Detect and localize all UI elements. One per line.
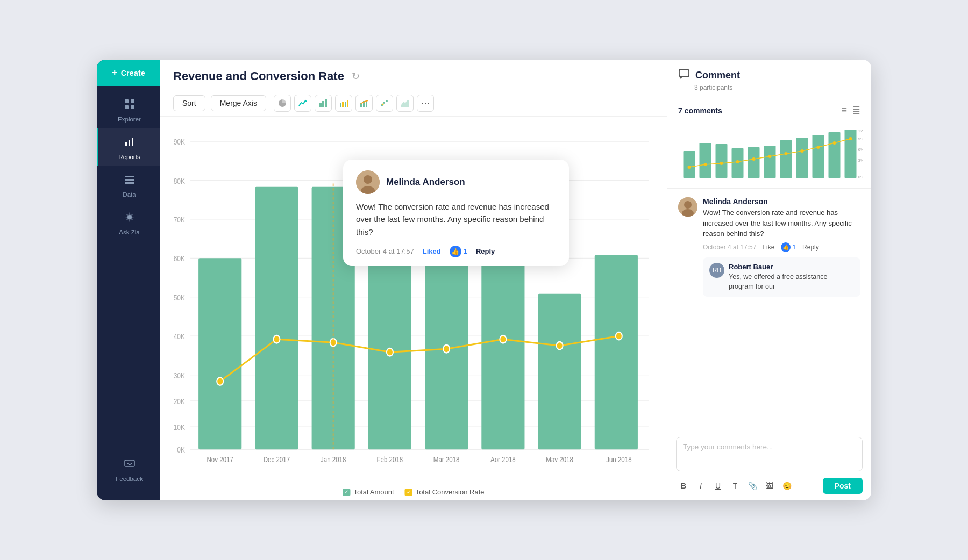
sort-button[interactable]: Sort: [173, 95, 205, 111]
combo-chart-button[interactable]: [355, 95, 373, 112]
svg-text:Jun 2018: Jun 2018: [606, 455, 631, 462]
sidebar-item-reports-label: Reports: [118, 154, 140, 160]
svg-rect-0: [125, 99, 129, 103]
svg-point-96: [849, 137, 852, 140]
legend-check-amount: ✓: [343, 489, 350, 496]
svg-point-72: [364, 175, 372, 184]
svg-text:0%: 0%: [858, 175, 863, 180]
svg-text:Apr 2018: Apr 2018: [490, 455, 516, 462]
ask-zia-icon: [123, 211, 136, 226]
svg-point-61: [616, 332, 622, 340]
sidebar-item-explorer[interactable]: Explorer: [97, 90, 160, 128]
svg-text:9%: 9%: [858, 137, 863, 141]
reply-author: Robert Bauer: [729, 263, 854, 271]
svg-text:60K: 60K: [174, 254, 185, 263]
italic-button[interactable]: I: [693, 478, 708, 493]
chart-tooltip: Melinda Anderson Wow! The conversion rat…: [343, 160, 569, 266]
svg-rect-3: [131, 105, 134, 109]
svg-rect-8: [125, 179, 134, 181]
svg-point-93: [801, 149, 804, 153]
sidebar-item-feedback-label: Feedback: [116, 476, 143, 482]
svg-point-54: [217, 377, 223, 385]
reply-text: Yes, we offered a free assistance progra…: [729, 272, 854, 291]
legend-rate-label: Total Conversion Rate: [416, 488, 485, 496]
attachment-button[interactable]: 📎: [745, 478, 760, 493]
comment-panel: Comment 3 participants 7 comments ≡ ≣: [667, 60, 871, 500]
plus-icon: +: [112, 67, 118, 78]
svg-rect-53: [595, 255, 638, 449]
like-count-btn[interactable]: 👍 1: [781, 242, 796, 252]
svg-rect-15: [340, 103, 341, 107]
sidebar-item-ask-zia[interactable]: Ask Zia: [97, 203, 160, 241]
explorer-icon: [123, 98, 136, 113]
svg-point-57: [387, 348, 393, 356]
like-circle: 👍: [450, 246, 461, 257]
sort-comments-icon[interactable]: ≡: [841, 105, 847, 117]
svg-rect-17: [345, 102, 346, 107]
svg-rect-81: [780, 140, 792, 178]
sidebar-nav: Explorer Reports: [97, 90, 160, 450]
tooltip-like-button[interactable]: 👍 1: [450, 246, 467, 257]
legend-conversion-rate: ✓ Total Conversion Rate: [405, 488, 485, 496]
emoji-button[interactable]: 😊: [779, 478, 794, 493]
comment-count-row: 7 comments ≡ ≣: [667, 98, 871, 121]
tooltip-liked-label[interactable]: Liked: [423, 247, 441, 255]
svg-text:80K: 80K: [174, 177, 185, 185]
svg-rect-7: [125, 176, 134, 177]
svg-rect-52: [538, 294, 581, 450]
merge-axis-button[interactable]: Merge Axis: [211, 95, 266, 111]
bar-chart-button[interactable]: [315, 95, 332, 112]
reply-button[interactable]: Reply: [802, 243, 819, 251]
chart-legend: ✓ Total Amount ✓ Total Conversion Rate: [343, 488, 484, 496]
svg-rect-80: [764, 146, 776, 178]
svg-text:30K: 30K: [174, 371, 185, 380]
svg-rect-82: [796, 138, 808, 178]
bold-button[interactable]: B: [676, 478, 691, 493]
svg-rect-11: [125, 460, 134, 466]
main-header: Revenue and Conversion Rate ↻: [160, 60, 667, 89]
filter-comments-icon[interactable]: ≣: [852, 105, 860, 117]
comment-author: Melinda Anderson: [703, 197, 860, 206]
comment-input[interactable]: [676, 437, 863, 471]
pie-chart-button[interactable]: [274, 95, 291, 112]
like-button[interactable]: Like: [763, 243, 774, 251]
comment-panel-title: Comment: [695, 70, 740, 81]
tooltip-reply-button[interactable]: Reply: [476, 247, 495, 255]
strikethrough-button[interactable]: T: [728, 478, 743, 493]
comment-panel-icon: [678, 68, 690, 83]
svg-text:3%: 3%: [858, 158, 863, 163]
line-chart-button[interactable]: [294, 95, 311, 112]
scatter-button[interactable]: [376, 95, 393, 112]
svg-rect-51: [481, 245, 524, 449]
svg-point-91: [768, 155, 772, 158]
svg-text:10K: 10K: [174, 423, 185, 432]
comment-meta: October 4 at 17:57 Like 👍 1 Reply: [703, 242, 860, 252]
svg-rect-2: [125, 105, 129, 109]
svg-text:0K: 0K: [177, 446, 185, 454]
create-button[interactable]: + Create: [97, 60, 160, 86]
legend-check-rate: ✓: [405, 489, 412, 496]
sidebar-item-data[interactable]: Data: [97, 166, 160, 203]
chart-title: Revenue and Conversion Rate: [173, 69, 344, 83]
underline-button[interactable]: U: [710, 478, 725, 493]
post-button[interactable]: Post: [823, 478, 863, 494]
svg-point-92: [785, 152, 788, 155]
grouped-bar-button[interactable]: [335, 95, 352, 112]
svg-point-86: [688, 166, 691, 169]
area-button[interactable]: [396, 95, 414, 112]
image-button[interactable]: 🖼: [762, 478, 777, 493]
refresh-icon[interactable]: ↻: [352, 70, 360, 82]
svg-point-95: [833, 141, 836, 145]
svg-point-103: [684, 201, 692, 209]
svg-rect-4: [125, 142, 127, 146]
svg-rect-83: [813, 135, 824, 178]
legend-total-amount: ✓ Total Amount: [343, 488, 394, 496]
svg-rect-76: [700, 143, 711, 178]
sidebar-item-feedback[interactable]: Feedback: [97, 450, 160, 487]
comment-item: Melinda Anderson Wow! The conversion rat…: [678, 197, 860, 297]
sidebar-item-reports[interactable]: Reports: [97, 128, 160, 166]
more-options-button[interactable]: ⋯: [417, 95, 434, 112]
svg-rect-85: [845, 130, 857, 178]
svg-rect-18: [347, 100, 348, 107]
svg-text:70K: 70K: [174, 216, 185, 224]
